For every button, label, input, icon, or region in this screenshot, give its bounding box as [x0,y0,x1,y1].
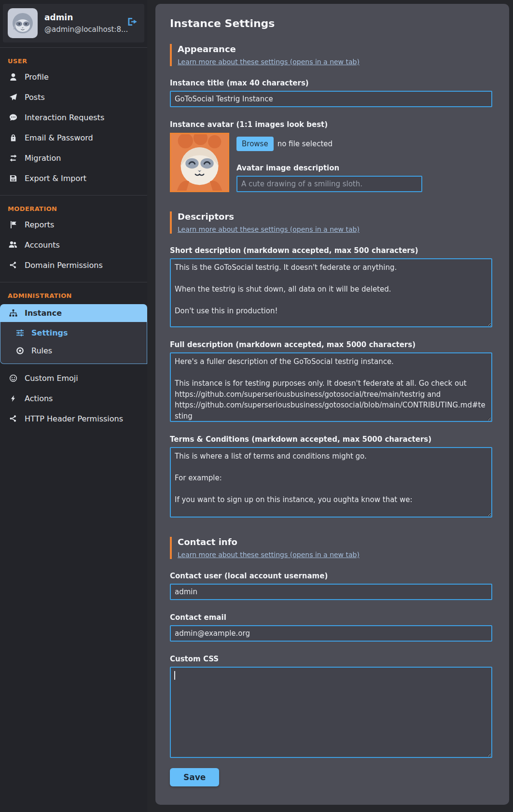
sidebar-item-rules[interactable]: Rules [0,342,147,360]
sidebar-item-label: HTTP Header Permissions [25,414,123,423]
section-header-administration: ADMINISTRATION [0,282,147,301]
custom-css-textarea[interactable] [170,667,492,758]
sliders-icon [15,329,25,337]
sidebar-item-label: Settings [31,328,68,337]
instance-settings-panel: Instance Settings Appearance Learn more … [155,4,509,805]
short-description-textarea[interactable]: This is the GoToSocial testrig. It doesn… [170,258,492,327]
contact-email-field: Contact email [170,613,492,642]
sidebar-item-domain-permissions[interactable]: Domain Permissions [0,255,147,275]
contact-section-header: Contact info Learn more about these sett… [170,537,492,559]
sidebar-item-http-header-permissions[interactable]: HTTP Header Permissions [0,408,147,429]
contact-learn-more-link[interactable]: Learn more about these settings (opens i… [178,551,360,559]
contact-user-field: Contact user (local account username) [170,572,492,600]
descriptors-section-header: Descriptors Learn more about these setti… [170,211,492,234]
contact-email-input[interactable] [170,625,492,642]
avatar-description-input[interactable] [236,176,422,192]
sidebar-item-interaction-requests[interactable]: Interaction Requests [0,107,147,127]
sidebar-item-label: Reports [25,220,54,229]
comment-dots-icon [8,113,18,122]
floppy-icon [8,174,18,182]
contact-user-input[interactable] [170,584,492,600]
sidebar-item-instance[interactable]: Instance [0,304,147,322]
sidebar-item-label: Custom Emoji [25,374,78,383]
instance-avatar-label: Instance avatar (1:1 images look best) [170,120,492,129]
lock-icon [8,134,18,142]
short-description-field: Short description (markdown accepted, ma… [170,246,492,327]
logout-icon[interactable] [127,16,138,27]
descriptors-title: Descriptors [178,211,492,222]
instance-submenu: Settings Rules [0,322,147,364]
sidebar-item-migration[interactable]: Migration [0,148,147,168]
full-description-field: Full description (markdown accepted, max… [170,340,492,422]
sidebar-item-reports[interactable]: Reports [0,214,147,235]
sidebar-item-settings[interactable]: Settings [0,324,147,342]
instance-avatar-field: Instance avatar (1:1 images look best) [170,120,492,192]
app-layout: admin @admin@localhost:8... USER Profile… [0,0,513,812]
sidebar-item-label: Export & Import [25,174,86,183]
terms-textarea[interactable]: This is where a list of terms and condit… [170,447,492,518]
sidebar-item-label: Rules [31,346,52,355]
user-identity: admin @admin@localhost:8... [44,13,128,34]
share-nodes-icon [8,415,18,422]
sidebar-item-label: Email & Password [25,133,93,142]
bolt-icon [8,395,18,402]
sidebar-item-label: Actions [25,394,53,403]
full-description-textarea[interactable]: Here's a fuller description of the GoToS… [170,352,492,422]
sidebar-item-label: Posts [25,93,45,102]
sidebar-item-label: Profile [25,72,49,82]
no-file-selected-text: no file selected [277,140,333,148]
browse-button[interactable]: Browse [236,137,274,151]
user-card[interactable]: admin @admin@localhost:8... [3,4,144,42]
user-icon [8,73,18,81]
descriptors-learn-more-link[interactable]: Learn more about these settings (opens i… [178,225,360,233]
sidebar-item-export-import[interactable]: Export & Import [0,168,147,188]
section-header-moderation: MODERATION [0,196,147,214]
sidebar: admin @admin@localhost:8... USER Profile… [0,0,147,812]
sidebar-item-accounts[interactable]: Accounts [0,235,147,255]
sloth-avatar-image [8,8,38,38]
user-handle: @admin@localhost:8... [44,25,128,34]
sidebar-item-label: Interaction Requests [25,113,104,122]
sidebar-item-profile[interactable]: Profile [0,67,147,87]
sidebar-item-label: Instance [25,308,62,318]
sidebar-item-actions[interactable]: Actions [0,388,147,408]
custom-css-label: Custom CSS [170,655,492,663]
user-avatar [8,8,38,38]
sidebar-item-label: Accounts [25,240,60,250]
sitemap-icon [8,309,18,317]
instance-title-field: Instance title (max 40 characters) [170,79,492,107]
smiley-icon [8,374,18,382]
appearance-title: Appearance [178,44,492,54]
instance-title-label: Instance title (max 40 characters) [170,79,492,87]
users-icon [8,240,18,249]
user-name: admin [44,13,128,22]
sidebar-item-label: Migration [25,154,61,163]
share-nodes-icon [8,261,18,269]
save-button[interactable]: Save [170,768,219,786]
text-cursor [174,671,175,680]
contact-user-label: Contact user (local account username) [170,572,492,580]
section-header-user: USER [0,48,147,67]
flag-icon [8,221,18,229]
appearance-learn-more-link[interactable]: Learn more about these settings (opens i… [178,58,360,66]
terms-label: Terms & Conditions (markdown accepted, m… [170,435,492,444]
contact-email-label: Contact email [170,613,492,622]
sloth-instance-avatar [171,134,228,191]
sidebar-item-label: Domain Permissions [25,261,103,270]
instance-title-input[interactable] [170,91,492,107]
custom-css-field: Custom CSS [170,655,492,758]
arrows-left-right-icon [8,154,18,162]
instance-avatar-image [170,133,229,192]
avatar-controls: Browse no file selected Avatar image des… [236,133,422,192]
short-description-label: Short description (markdown accepted, ma… [170,246,492,255]
contact-title: Contact info [178,537,492,547]
page-title: Instance Settings [170,17,492,29]
sidebar-item-posts[interactable]: Posts [0,87,147,107]
terms-field: Terms & Conditions (markdown accepted, m… [170,435,492,518]
circle-dot-icon [15,347,25,355]
paper-plane-icon [8,93,18,101]
sidebar-item-custom-emoji[interactable]: Custom Emoji [0,368,147,388]
main-area: Instance Settings Appearance Learn more … [147,0,513,812]
sidebar-item-email-password[interactable]: Email & Password [0,127,147,148]
avatar-description-label: Avatar image description [236,164,422,172]
